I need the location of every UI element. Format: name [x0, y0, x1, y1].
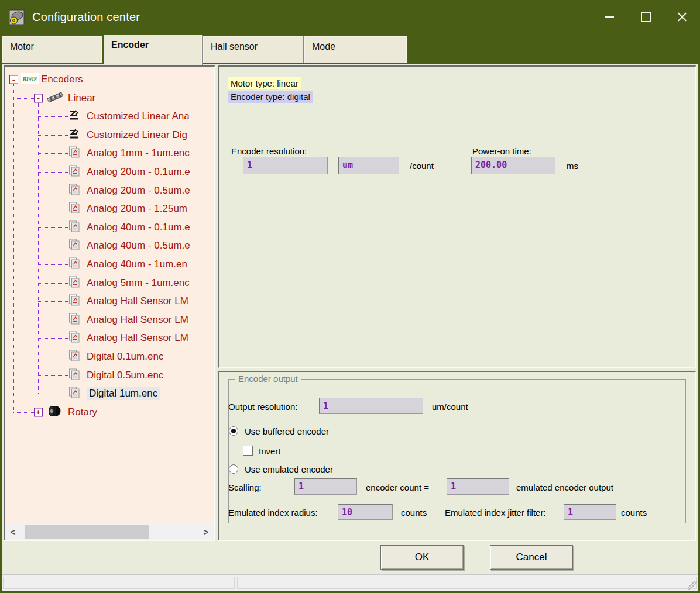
tree-item-label[interactable]: Digital 0.1um.enc — [87, 351, 163, 363]
encoder-output-panel: Encoder output Output resolution: 1 um/c… — [218, 371, 696, 541]
tree-item-label[interactable]: Analog 1mm - 1um.enc — [87, 147, 190, 159]
close-button[interactable] — [664, 0, 700, 34]
tree-item[interactable]: Analog Hall Sensor LM — [5, 311, 214, 329]
invert-label: Invert — [259, 446, 281, 456]
tree-item-label[interactable]: Analog 5mm - 1um.enc — [87, 277, 190, 289]
scroll-right-icon[interactable]: > — [198, 523, 214, 540]
tree-item[interactable]: Analog 40um - 0.5um.e — [5, 236, 214, 255]
ms-label: ms — [567, 161, 578, 171]
use-emulated-encoder-label: Use emulated encoder — [245, 464, 333, 474]
collapse-icon[interactable]: - — [9, 75, 18, 84]
tree-item[interactable]: Customized Linear Dig — [5, 126, 214, 144]
tree-item-label[interactable]: Analog Hall Sensor LM — [87, 332, 188, 344]
tree-item-label[interactable]: Linear — [68, 92, 95, 104]
use-emulated-encoder-radio[interactable] — [229, 464, 238, 474]
custom-encoder-icon — [68, 109, 81, 124]
encoder-file-icon — [68, 330, 81, 346]
tree-item[interactable]: +Rotary — [5, 403, 214, 422]
minimize-button[interactable] — [591, 0, 627, 34]
rotary-motor-icon — [47, 405, 62, 420]
tree-item[interactable]: Analog 1mm - 1um.enc — [5, 144, 214, 163]
tree-item-label[interactable]: Rotary — [68, 406, 97, 418]
tree-item[interactable]: Customized Linear Ana — [5, 107, 214, 126]
motor-type-text: Motor type: linear — [228, 77, 301, 89]
encoder-file-icon — [68, 275, 81, 291]
tree-connector — [38, 320, 68, 320]
tree-item[interactable]: Analog 40um - 0.1um.e — [5, 218, 214, 237]
tree-item-label[interactable]: Analog 40um - 0.5um.e — [87, 240, 190, 251]
tree-item-label[interactable]: Analog 20um - 0.5um.e — [87, 185, 190, 196]
tree-item[interactable]: Analog Hall Sensor LM — [5, 292, 214, 311]
tree-item[interactable]: -HIWINEncoders — [5, 70, 214, 89]
tree-item-label[interactable]: Digital 0.5um.enc — [87, 370, 163, 381]
tree-item-label[interactable]: Digital 1um.enc — [87, 387, 160, 400]
expand-icon[interactable]: + — [34, 408, 43, 416]
scrollbar-track[interactable] — [21, 523, 198, 540]
scaling-emulated-output-input[interactable]: 1 — [447, 478, 509, 495]
scroll-left-icon[interactable]: < — [5, 523, 21, 540]
tree-item[interactable]: Analog 20um - 1.25um — [5, 199, 214, 218]
tab-motor[interactable]: Motor — [2, 36, 102, 63]
tree-connector — [38, 209, 68, 209]
invert-checkbox[interactable] — [243, 446, 253, 456]
tree-item-label[interactable]: Analog Hall Sensor LM — [87, 295, 188, 307]
encoder-resolution-input[interactable]: 1 — [243, 157, 328, 174]
tree-connector — [38, 283, 68, 284]
tree-item[interactable]: Analog Hall Sensor LM — [5, 329, 214, 347]
tree-item-label[interactable]: Customized Linear Ana — [87, 111, 190, 122]
encoder-output-groupbox: Encoder output — [228, 379, 686, 523]
use-buffered-encoder-label: Use buffered encoder — [245, 426, 329, 436]
tree-item[interactable]: Analog 20um - 0.5um.e — [5, 181, 214, 200]
encoder-tree-panel: -HIWINEncoders-LinearCustomized Linear A… — [4, 65, 215, 541]
tree-item[interactable]: Digital 0.5um.enc — [5, 366, 214, 385]
tab-hall-sensor[interactable]: Hall sensor — [203, 36, 303, 63]
use-buffered-encoder-radio[interactable] — [229, 426, 238, 436]
tree-item[interactable]: -Linear — [5, 89, 214, 108]
maximize-button[interactable] — [627, 0, 664, 34]
scaling-encoder-count-input[interactable]: 1 — [294, 478, 357, 495]
tree-horizontal-scrollbar[interactable]: < > — [5, 523, 214, 540]
tree-connector — [38, 301, 68, 302]
encoder-output-legend: Encoder output — [235, 374, 301, 384]
svg-text:HIWIN: HIWIN — [22, 77, 37, 82]
emulated-index-radius-input[interactable]: 10 — [338, 504, 393, 520]
encoder-file-icon — [68, 201, 81, 216]
tree-connector — [38, 264, 68, 265]
encoder-file-icon — [68, 386, 81, 401]
cancel-button[interactable]: Cancel — [490, 545, 573, 570]
tree-item-label[interactable]: Analog 20um - 0.1um.e — [87, 166, 190, 178]
encoder-settings-panel: Motor type: linear Encoder type: digital… — [218, 65, 696, 368]
tree-connector — [38, 135, 68, 136]
collapse-icon[interactable]: - — [34, 94, 43, 102]
linear-encoder-icon — [47, 91, 63, 106]
tree-item[interactable]: Analog 5mm - 1um.enc — [5, 274, 214, 292]
tab-mode[interactable]: Mode — [304, 36, 407, 63]
tab-encoder[interactable]: Encoder — [104, 35, 202, 65]
tree-item-label[interactable]: Analog 20um - 1.25um — [87, 203, 187, 215]
ok-button[interactable]: OK — [380, 545, 464, 570]
encoder-resolution-unit-input[interactable]: um — [338, 157, 399, 174]
encoder-file-icon — [68, 183, 81, 198]
tree-connector — [38, 375, 68, 376]
tree-item-label[interactable]: Customized Linear Dig — [87, 129, 187, 141]
emulated-index-jitter-input[interactable]: 1 — [564, 504, 616, 520]
tree-item[interactable]: Analog 20um - 0.1um.e — [5, 163, 214, 181]
tree-item[interactable]: Digital 0.1um.enc — [5, 347, 214, 366]
output-resolution-unit-label: um/count — [432, 402, 468, 412]
power-on-time-input[interactable]: 200.00 — [471, 157, 555, 174]
jitter-counts-label: counts — [621, 508, 647, 518]
app-icon — [9, 9, 25, 25]
tree-item-label[interactable]: Analog Hall Sensor LM — [87, 314, 188, 326]
tree-item-label[interactable]: Analog 40um - 1um.en — [87, 258, 187, 270]
encoder-file-icon — [68, 238, 81, 253]
tree-item-label[interactable]: Analog 40um - 0.1um.e — [87, 222, 190, 233]
output-resolution-input[interactable]: 1 — [319, 398, 423, 414]
resize-grip[interactable] — [688, 581, 697, 590]
tree-item[interactable]: Digital 1um.enc — [5, 384, 214, 403]
tree-item-label[interactable]: Encoders — [41, 74, 83, 85]
tree-connector — [38, 357, 68, 357]
tree-item[interactable]: Analog 40um - 1um.en — [5, 255, 214, 274]
tree-connector — [38, 116, 68, 117]
window-controls — [591, 0, 700, 34]
scrollbar-thumb[interactable] — [25, 525, 149, 539]
